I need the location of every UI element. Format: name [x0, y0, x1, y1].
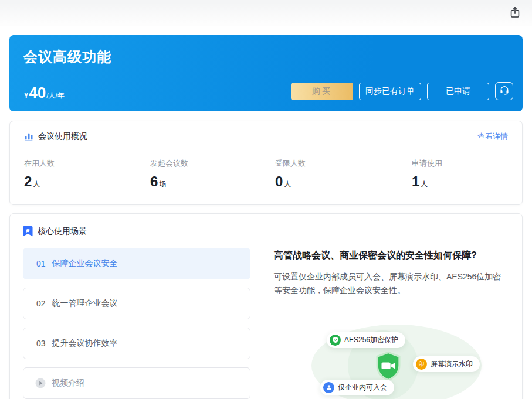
stat-value: 6 — [150, 174, 158, 189]
buy-button[interactable]: 购买 — [291, 83, 353, 100]
badge-internal-only: 仅企业内可入会 — [320, 380, 394, 395]
scenario-label: 保障企业会议安全 — [52, 258, 118, 269]
stat-label: 在用人数 — [24, 158, 150, 169]
video-intro-label: 视频介绍 — [52, 378, 84, 388]
scenario-item-security[interactable]: 01 保障企业会议安全 — [23, 248, 250, 279]
stat-label: 申请使用 — [412, 158, 442, 169]
stat-applied-users: 申请使用 1人 — [412, 158, 442, 189]
sync-orders-button[interactable]: 同步已有订单 — [359, 83, 421, 100]
badge-screen-watermark: 印 屏幕演示水印 — [413, 356, 480, 372]
stats-divider — [395, 159, 395, 189]
shield-camera-icon — [374, 351, 402, 384]
scenarios-card-title: 核心使用场景 — [38, 226, 87, 237]
price-unit: /人/年 — [46, 91, 65, 101]
top-bar — [0, 0, 532, 26]
headset-icon — [499, 85, 510, 97]
stat-label: 受限人数 — [275, 158, 395, 169]
member-person-icon — [323, 382, 334, 393]
price-currency: ¥ — [24, 91, 28, 100]
scenario-number: 02 — [36, 299, 46, 308]
scenario-detail: 高管战略会议、商业保密会议的安全性如何保障? 可设置仅企业内部成员可入会、屏幕演… — [274, 248, 509, 399]
bookmark-star-icon — [23, 226, 33, 237]
stat-unit: 人 — [421, 179, 428, 189]
scenario-list: 01 保障企业会议安全 02 统一管理企业会议 03 提升会议协作效率 — [23, 248, 250, 399]
scenario-label: 统一管理企业会议 — [52, 298, 118, 309]
scenario-item-efficiency[interactable]: 03 提升会议协作效率 — [23, 328, 250, 359]
badge-label: AES256加密保护 — [344, 335, 398, 345]
scenario-number: 01 — [36, 259, 46, 268]
stat-unit: 场 — [159, 179, 166, 189]
share-export-icon — [509, 6, 521, 21]
hero-actions: 购买 同步已有订单 已申请 — [291, 82, 513, 100]
security-illustration: AES256加密保护 印 屏幕演示水印 — [274, 325, 509, 399]
play-circle-icon — [35, 378, 46, 388]
detail-description: 可设置仅企业内部成员可入会、屏幕演示水印、AES256位加密等安全功能，保障企业… — [274, 270, 509, 297]
stat-value: 1 — [412, 174, 419, 189]
stat-meetings-started: 发起会议数 6场 — [150, 158, 275, 189]
stat-active-users: 在用人数 2人 — [24, 158, 150, 189]
stat-restricted-users: 受限人数 0人 — [275, 158, 395, 189]
support-button[interactable] — [495, 82, 513, 100]
stat-unit: 人 — [33, 179, 40, 189]
stat-unit: 人 — [284, 179, 291, 189]
badge-aes-encryption: AES256加密保护 — [327, 332, 405, 348]
core-scenarios-card: 核心使用场景 01 保障企业会议安全 02 统一管理企业会议 03 提升会议协作… — [9, 213, 523, 399]
usage-card-title: 会议使用概况 — [38, 131, 87, 142]
price-amount: 40 — [29, 85, 46, 100]
hero-banner: 会议高级功能 ¥ 40 /人/年 购买 同步已有订单 已申请 — [9, 35, 523, 111]
stat-value: 2 — [24, 174, 32, 189]
price: ¥ 40 /人/年 — [24, 85, 65, 101]
scenario-item-management[interactable]: 02 统一管理企业会议 — [23, 288, 250, 319]
bar-chart-icon — [24, 132, 33, 141]
stat-value: 0 — [275, 174, 283, 189]
stat-label: 发起会议数 — [150, 158, 275, 169]
watermark-seal-icon: 印 — [416, 359, 427, 370]
shield-check-icon — [330, 335, 341, 346]
video-intro-item[interactable]: 视频介绍 — [23, 367, 250, 399]
badge-label: 仅企业内可入会 — [338, 383, 387, 393]
usage-overview-card: 会议使用概况 查看详情 在用人数 2人 发起会议数 6场 受限人数 0人 申请使… — [9, 121, 523, 205]
badge-label: 屏幕演示水印 — [431, 359, 473, 369]
applied-button[interactable]: 已申请 — [427, 83, 489, 100]
page-title: 会议高级功能 — [23, 47, 509, 66]
detail-heading: 高管战略会议、商业保密会议的安全性如何保障? — [274, 250, 509, 262]
share-button[interactable] — [507, 5, 523, 21]
view-details-link[interactable]: 查看详情 — [477, 131, 508, 142]
main-content: 会议高级功能 ¥ 40 /人/年 购买 同步已有订单 已申请 — [0, 35, 532, 399]
scenario-number: 03 — [36, 339, 46, 348]
scenario-label: 提升会议协作效率 — [52, 338, 118, 349]
usage-stats: 在用人数 2人 发起会议数 6场 受限人数 0人 申请使用 1人 — [24, 158, 508, 189]
